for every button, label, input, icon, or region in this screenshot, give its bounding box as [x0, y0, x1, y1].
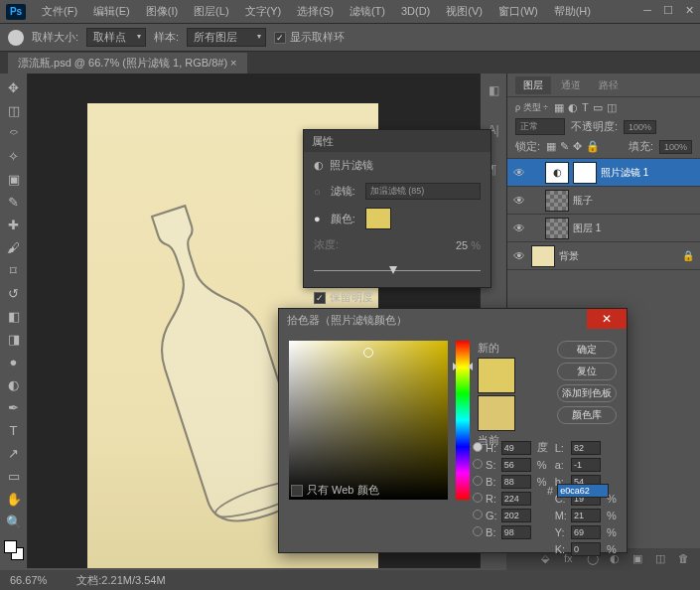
menu-item[interactable]: 帮助(H) — [546, 5, 599, 17]
visibility-icon[interactable]: 👁 — [513, 249, 527, 263]
dodge-tool[interactable]: ◐ — [3, 374, 25, 394]
hex-input[interactable] — [557, 484, 609, 498]
a-input[interactable] — [571, 458, 601, 472]
history-panel-icon[interactable]: ◧ — [485, 81, 502, 99]
hue-slider[interactable] — [456, 341, 470, 500]
web-only-checkbox[interactable]: 只有 Web 颜色 — [291, 483, 379, 498]
crop-tool[interactable]: ▣ — [3, 169, 25, 189]
k-input[interactable] — [571, 542, 601, 556]
lock-trans-icon[interactable]: ▦ — [546, 140, 556, 153]
hand-tool[interactable]: ✋ — [3, 489, 25, 509]
g-input[interactable] — [501, 509, 531, 522]
menu-item[interactable]: 文件(F) — [34, 5, 85, 17]
document-tab[interactable]: 漂流瓶.psd @ 66.7% (照片滤镜 1, RGB/8#) × — [8, 53, 247, 74]
menu-item[interactable]: 选择(S) — [289, 5, 342, 17]
wand-tool[interactable]: ✧ — [3, 146, 25, 166]
fill-input[interactable]: 100% — [659, 140, 692, 154]
picker-close-button[interactable]: ✕ — [587, 309, 627, 329]
layer-name[interactable]: 背景 — [559, 249, 579, 263]
color-libs-button[interactable]: 颜色库 — [557, 406, 617, 424]
color-picker-dialog: 拾色器（照片滤镜颜色）✕ 新的 当前 确定 复位 添加到色板 颜色库 H:度 L… — [278, 308, 628, 553]
tab-paths[interactable]: 路径 — [591, 76, 627, 94]
menu-item[interactable]: 窗口(W) — [490, 5, 546, 17]
lock-pos-icon[interactable]: ✥ — [573, 140, 582, 153]
close-icon[interactable]: ✕ — [685, 4, 694, 17]
layer-name[interactable]: 瓶子 — [573, 194, 593, 208]
brush-tool[interactable]: 🖌 — [3, 237, 25, 257]
path-tool[interactable]: ↗ — [3, 443, 25, 463]
filter-text-icon[interactable]: T — [582, 101, 589, 114]
layer-row[interactable]: 👁◐照片滤镜 1 — [507, 159, 700, 187]
density-slider[interactable] — [314, 262, 481, 280]
h-input[interactable] — [501, 441, 531, 455]
tab-layers[interactable]: 图层 — [515, 76, 551, 94]
history-tool[interactable]: ↺ — [3, 283, 25, 303]
visibility-icon[interactable]: 👁 — [513, 166, 527, 180]
minimize-icon[interactable]: ─ — [643, 4, 651, 17]
heal-tool[interactable]: ✚ — [3, 215, 25, 234]
filter-preset-select[interactable]: 加温滤镜 (85) — [365, 183, 481, 200]
lasso-tool[interactable]: ⌔ — [3, 123, 25, 143]
color-swatches[interactable] — [4, 540, 24, 560]
menu-item[interactable]: 3D(D) — [393, 5, 438, 17]
menu-item[interactable]: 视图(V) — [438, 5, 490, 17]
filter-smart-icon[interactable]: ◫ — [607, 101, 617, 114]
menu-item[interactable]: 文字(Y) — [237, 5, 290, 17]
menu-item[interactable]: 图像(I) — [138, 5, 186, 17]
new-layer-icon[interactable]: ◫ — [655, 552, 669, 566]
s-input[interactable] — [501, 458, 531, 472]
maximize-icon[interactable]: ☐ — [663, 4, 673, 17]
tab-channels[interactable]: 通道 — [553, 76, 589, 94]
l-input[interactable] — [571, 441, 601, 455]
filter-pixel-icon[interactable]: ▦ — [554, 101, 564, 114]
menu-item[interactable]: 图层(L) — [186, 5, 236, 17]
b-input[interactable] — [501, 475, 531, 489]
stamp-tool[interactable]: ⌑ — [3, 260, 25, 280]
lock-all-icon[interactable]: 🔒 — [586, 140, 600, 153]
reset-button[interactable]: 复位 — [557, 363, 617, 380]
filter-adjust-icon[interactable]: ◐ — [568, 101, 578, 114]
y-input[interactable] — [571, 525, 601, 539]
ok-button[interactable]: 确定 — [557, 341, 617, 359]
blur-tool[interactable]: ● — [3, 352, 25, 371]
filter-color-swatch[interactable] — [365, 208, 391, 229]
add-swatch-button[interactable]: 添加到色板 — [557, 384, 617, 402]
filter-shape-icon[interactable]: ▭ — [593, 101, 603, 114]
r-input[interactable] — [501, 492, 531, 506]
preserve-luminosity-checkbox[interactable]: ✓保留明度 — [314, 290, 373, 305]
app-logo: Ps — [6, 4, 26, 20]
opacity-input[interactable]: 100% — [624, 120, 656, 134]
sample-select[interactable]: 所有图层▾ — [187, 28, 266, 47]
saturation-value-field[interactable] — [289, 341, 448, 500]
sample-size-select[interactable]: 取样点▾ — [86, 28, 146, 47]
layer-row[interactable]: 👁图层 1 — [507, 215, 700, 242]
show-ring-checkbox[interactable]: ✓显示取样环 — [274, 30, 345, 45]
move-tool[interactable]: ✥ — [3, 77, 25, 97]
bb-input[interactable] — [501, 525, 531, 539]
zoom-level[interactable]: 66.67% — [10, 574, 47, 586]
menu-item[interactable]: 编辑(E) — [85, 5, 138, 17]
zoom-tool[interactable]: 🔍 — [3, 512, 25, 531]
current-color-swatch[interactable] — [478, 395, 515, 431]
eyedropper-tool-icon — [8, 30, 24, 46]
trash-icon[interactable]: 🗑 — [678, 552, 692, 566]
visibility-icon[interactable]: 👁 — [513, 194, 527, 208]
gradient-tool[interactable]: ◨ — [3, 329, 25, 349]
pen-tool[interactable]: ✒ — [3, 397, 25, 417]
type-tool[interactable]: T — [3, 420, 25, 440]
layer-name[interactable]: 图层 1 — [573, 221, 601, 235]
m-input[interactable] — [571, 509, 601, 522]
group-icon[interactable]: ▣ — [632, 552, 646, 566]
blend-mode-select[interactable]: 正常 — [515, 118, 565, 135]
menu-item[interactable]: 滤镜(T) — [342, 5, 393, 17]
layer-mask-thumb[interactable] — [573, 162, 597, 184]
marquee-tool[interactable]: ◫ — [3, 100, 25, 120]
visibility-icon[interactable]: 👁 — [513, 221, 527, 235]
rect-tool[interactable]: ▭ — [3, 466, 25, 486]
layer-row[interactable]: 👁瓶子 — [507, 187, 700, 215]
lock-pixel-icon[interactable]: ✎ — [560, 140, 569, 153]
eyedropper-tool[interactable]: ✎ — [3, 192, 25, 212]
layer-row[interactable]: 👁背景🔒 — [507, 242, 700, 270]
eraser-tool[interactable]: ◧ — [3, 306, 25, 326]
layer-name[interactable]: 照片滤镜 1 — [601, 166, 648, 180]
